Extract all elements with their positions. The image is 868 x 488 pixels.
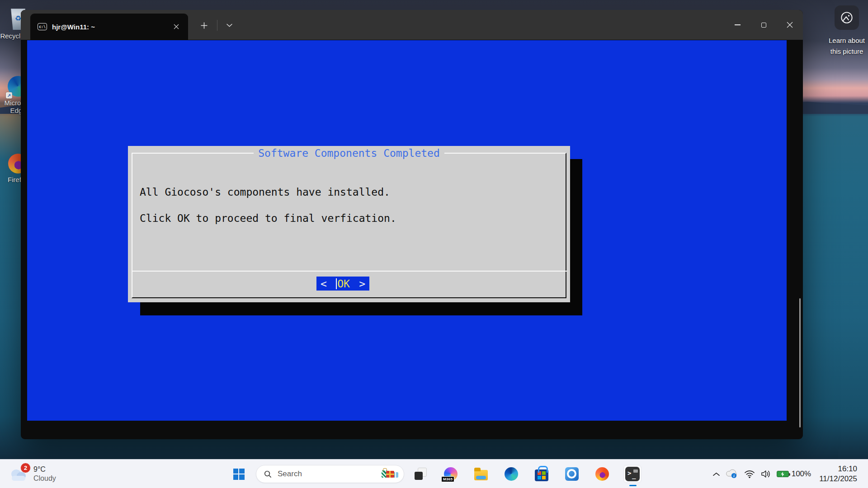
close-window-button[interactable] bbox=[777, 10, 803, 40]
outlook-button[interactable] bbox=[563, 465, 581, 483]
close-icon bbox=[787, 22, 793, 28]
minimize-icon bbox=[735, 24, 741, 25]
dialog-button-separator bbox=[132, 271, 567, 272]
wifi-icon bbox=[744, 470, 755, 479]
notification-badge: 2 bbox=[20, 463, 31, 473]
ok-button-label: OK bbox=[337, 278, 350, 290]
terminal-window: c:\ hjr@Win11: ~ Software Components Com… bbox=[21, 10, 803, 439]
battery-icon bbox=[777, 471, 789, 477]
shortcut-arrow-icon: ↗ bbox=[6, 92, 12, 99]
weather-widget[interactable]: 2 9°C Cloudy bbox=[7, 460, 56, 488]
wifi-button[interactable] bbox=[741, 465, 758, 483]
edge-button[interactable] bbox=[502, 465, 520, 483]
speaker-icon bbox=[760, 469, 771, 479]
file-explorer-icon bbox=[474, 470, 488, 480]
onedrive-button[interactable]: i bbox=[722, 465, 741, 483]
tray-overflow-button[interactable] bbox=[710, 465, 722, 483]
cloud-weather-icon: 2 bbox=[7, 466, 29, 482]
search-label: Search bbox=[278, 469, 382, 479]
time: 16:10 bbox=[819, 464, 857, 474]
minimize-button[interactable] bbox=[724, 10, 750, 40]
start-button[interactable] bbox=[230, 465, 248, 483]
search-box[interactable]: Search bbox=[256, 465, 404, 483]
battery-status[interactable]: 100% bbox=[774, 465, 814, 483]
maximize-button[interactable] bbox=[750, 10, 777, 40]
plus-icon bbox=[201, 22, 208, 29]
terminal-icon: >_ bbox=[625, 467, 640, 481]
window-controls bbox=[724, 10, 803, 40]
ok-button[interactable]: < OK > bbox=[316, 277, 369, 291]
charging-bolt-icon bbox=[780, 472, 785, 477]
tab-close-button[interactable] bbox=[171, 21, 182, 32]
running-app-indicator bbox=[629, 485, 637, 486]
search-icon bbox=[264, 470, 272, 479]
pinned-apps: M365 >_ bbox=[411, 465, 654, 483]
firefox-icon bbox=[595, 467, 609, 481]
system-tray: i 100% 16:10 11/12/20 bbox=[710, 460, 868, 488]
weather-temperature: 9°C bbox=[33, 465, 56, 474]
store-icon bbox=[535, 469, 548, 481]
windows-terminal-button[interactable]: >_ bbox=[623, 465, 642, 483]
volume-button[interactable] bbox=[758, 465, 774, 483]
command-prompt-icon: c:\ bbox=[38, 23, 47, 30]
learn-about-picture-widget[interactable]: Learn about this picture bbox=[822, 5, 868, 57]
windows-logo-icon bbox=[233, 469, 245, 480]
file-explorer-button[interactable] bbox=[472, 465, 490, 483]
picture-icon[interactable] bbox=[835, 5, 859, 30]
firefox-button[interactable] bbox=[593, 465, 611, 483]
battery-percent: 100% bbox=[792, 469, 811, 479]
chevron-down-icon bbox=[226, 23, 232, 27]
maximize-icon bbox=[761, 23, 766, 28]
new-tab-button[interactable] bbox=[195, 17, 212, 34]
holiday-gifts-icon bbox=[382, 470, 398, 478]
dialog-message-line2: Click OK to proceed to final verfication… bbox=[140, 212, 396, 225]
terminal-tab[interactable]: c:\ hjr@Win11: ~ bbox=[30, 14, 188, 40]
terminal-scrollbar[interactable] bbox=[799, 298, 801, 427]
tab-dropdown-button[interactable] bbox=[221, 17, 238, 34]
copilot-icon: M365 bbox=[444, 467, 458, 481]
taskbar-center: Search M365 >_ bbox=[230, 465, 654, 483]
microsoft-store-button[interactable] bbox=[533, 465, 551, 483]
outlook-icon bbox=[565, 467, 579, 481]
tab-title: hjr@Win11: ~ bbox=[52, 23, 95, 31]
m365-badge: M365 bbox=[441, 476, 454, 482]
dialog-title: Software Components Completed bbox=[128, 147, 570, 159]
chevron-up-icon bbox=[713, 472, 720, 476]
learn-about-label: Learn about this picture bbox=[829, 35, 865, 57]
copilot-m365-button[interactable]: M365 bbox=[442, 465, 460, 483]
date: 11/12/2025 bbox=[819, 474, 857, 484]
dialog-message-line1: All Giocoso's components have installed. bbox=[140, 186, 390, 199]
task-view-icon bbox=[414, 468, 427, 480]
close-icon bbox=[174, 24, 179, 29]
onedrive-cloud-icon: i bbox=[725, 469, 739, 479]
terminal-titlebar[interactable]: c:\ hjr@Win11: ~ bbox=[21, 10, 803, 40]
clock[interactable]: 16:10 11/12/2025 bbox=[819, 464, 857, 484]
task-view-button[interactable] bbox=[411, 465, 429, 483]
terminal-screen: Software Components Completed All Giocos… bbox=[27, 40, 787, 421]
taskbar: 2 9°C Cloudy Search M365 bbox=[0, 459, 868, 488]
edge-icon bbox=[505, 467, 518, 481]
whiptail-dialog: Software Components Completed All Giocos… bbox=[128, 146, 570, 302]
text-cursor bbox=[336, 278, 337, 289]
tab-bar-separator bbox=[217, 20, 217, 31]
weather-condition: Cloudy bbox=[33, 474, 56, 483]
